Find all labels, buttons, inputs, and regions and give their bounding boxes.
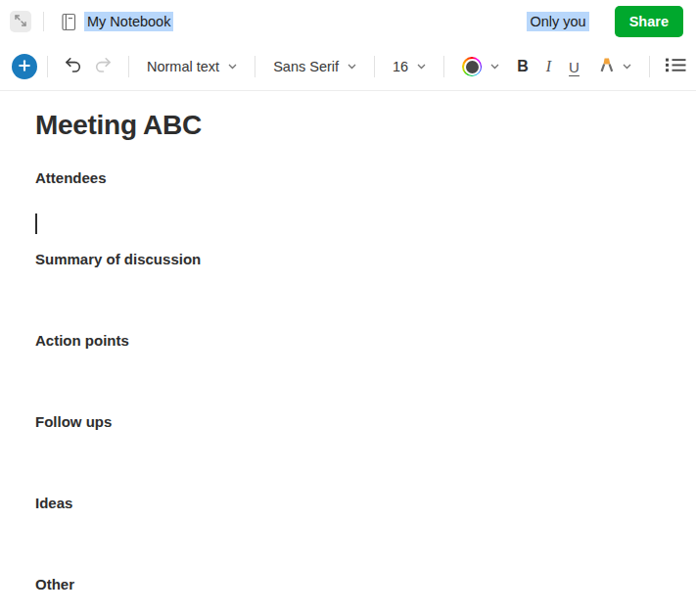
italic-button[interactable]: I [540,52,557,81]
bullet-list-icon [666,58,686,75]
chevron-down-icon [623,64,631,70]
chevron-down-icon [490,64,499,70]
expand-note-button[interactable] [10,11,31,32]
chevron-down-icon [228,64,237,70]
section-heading[interactable]: Attendees [35,168,107,188]
notebook-icon [62,13,76,31]
color-wheel-icon [462,57,482,76]
header-divider [43,12,44,31]
expand-icon [15,13,26,30]
paragraph-style-dropdown[interactable]: Normal text [139,52,245,81]
highlighter-icon [597,57,616,76]
paragraph-style-value: Normal text [147,59,219,74]
section-heading[interactable]: Other [35,575,74,594]
share-button[interactable]: Share [615,6,683,37]
font-size-dropdown[interactable]: 16 [385,52,434,81]
section-heading[interactable]: Ideas [35,494,72,513]
redo-button[interactable] [88,52,118,81]
notebook-name[interactable]: My Notebook [84,12,173,31]
toolbar-divider [649,56,650,77]
undo-icon [64,57,82,77]
font-size-value: 16 [393,59,408,74]
chevron-down-icon [348,64,356,70]
font-family-value: Sans Serif [273,59,339,74]
insert-button[interactable] [12,54,37,79]
sharing-status[interactable]: Only you [527,12,588,31]
bold-button[interactable]: B [511,52,534,81]
font-family-dropdown[interactable]: Sans Serif [265,52,364,81]
section-heading[interactable]: Summary of discussion [35,250,201,269]
formatting-toolbar: Normal text Sans Serif 16 B I U [0,43,696,91]
bold-icon: B [517,58,529,75]
plus-icon [18,59,31,75]
bullet-list-button[interactable] [660,52,692,81]
chevron-down-icon [417,64,426,70]
toolbar-divider [128,56,129,77]
underline-button[interactable]: U [563,52,585,81]
toolbar-divider [47,56,48,77]
text-color-dropdown[interactable] [454,52,507,81]
highlight-dropdown[interactable] [589,52,639,81]
redo-icon [94,57,113,77]
toolbar-divider [374,56,375,77]
note-editor-canvas[interactable]: Meeting ABC Attendees Summary of discuss… [0,91,696,616]
undo-button[interactable] [58,52,88,81]
text-cursor [35,213,37,234]
toolbar-divider [255,56,255,77]
note-title[interactable]: Meeting ABC [35,109,202,142]
section-heading[interactable]: Action points [35,331,129,351]
toolbar-divider [443,56,444,77]
section-heading[interactable]: Follow ups [35,412,112,432]
italic-icon: I [546,58,551,75]
underline-icon: U [569,59,580,75]
top-bar: My Notebook Only you Share [0,0,696,43]
